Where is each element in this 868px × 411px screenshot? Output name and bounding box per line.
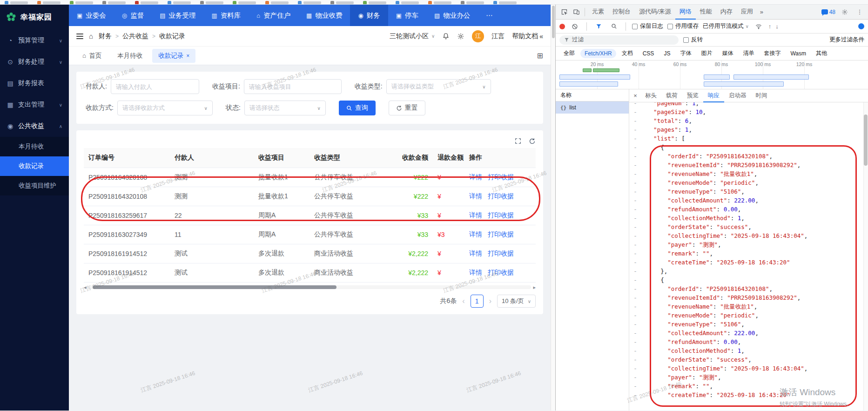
- community-selector[interactable]: 三轮测试小区∨: [390, 32, 435, 40]
- tab-collection-records[interactable]: 收款记录×: [152, 49, 195, 63]
- detail-link[interactable]: 详情: [469, 192, 482, 200]
- devtools-tab-网络[interactable]: 网络: [675, 5, 696, 20]
- detail-link[interactable]: 详情: [469, 269, 482, 276]
- topnav-item-⋯[interactable]: ⋯: [478, 5, 501, 26]
- network-overview-timeline[interactable]: 20 ms40 ms60 ms80 ms100 ms120 ms: [556, 61, 868, 89]
- devtools-tab-内存[interactable]: 内存: [716, 5, 737, 20]
- network-conditions-wifi-icon[interactable]: [753, 21, 764, 32]
- revenue-item-input[interactable]: [244, 79, 342, 94]
- user-avatar[interactable]: 江: [472, 30, 484, 42]
- filter-chip-全部[interactable]: 全部: [559, 48, 579, 59]
- filter-chip-清单[interactable]: 清单: [739, 48, 758, 59]
- detail-tab-预览[interactable]: 预览: [682, 89, 703, 102]
- code-fold-icon[interactable]: -: [631, 267, 639, 276]
- export-har-icon[interactable]: ↓: [775, 23, 779, 30]
- filter-chip-字体[interactable]: 字体: [676, 48, 695, 59]
- code-fold-icon[interactable]: -: [631, 293, 639, 302]
- code-fold-icon[interactable]: -: [631, 355, 639, 364]
- code-fold-icon[interactable]: -: [631, 143, 639, 152]
- state-select[interactable]: 请选择状态∨: [244, 101, 326, 115]
- print-receipt-link[interactable]: 打印收据: [488, 173, 514, 181]
- inspect-element-icon[interactable]: [558, 7, 570, 18]
- filter-chip-套接字[interactable]: 套接字: [760, 48, 785, 59]
- detail-tab-载荷[interactable]: 载荷: [661, 89, 682, 102]
- scrollbar-thumb[interactable]: [864, 115, 868, 166]
- notifications-bell-icon[interactable]: [442, 33, 450, 40]
- filter-chip-Fetch/XHR[interactable]: Fetch/XHR: [580, 49, 616, 58]
- code-fold-icon[interactable]: -: [631, 258, 639, 267]
- code-fold-icon[interactable]: -: [631, 382, 639, 391]
- topnav-item-资产住户[interactable]: ⌂资产住户: [249, 5, 298, 26]
- fullscreen-icon[interactable]: [515, 138, 521, 144]
- code-fold-icon[interactable]: -: [631, 231, 639, 240]
- settings-gear-icon[interactable]: [457, 33, 464, 40]
- devtools-more-menu-icon[interactable]: ⋮: [854, 7, 865, 18]
- devtools-tab-控制台[interactable]: 控制台: [608, 5, 635, 20]
- topnav-item-物业办公[interactable]: ▧物业办公: [426, 5, 478, 26]
- filter-chip-文档[interactable]: 文档: [618, 48, 637, 59]
- scroll-left-icon[interactable]: ◂: [84, 285, 87, 290]
- network-filter-input[interactable]: 过滤: [559, 35, 679, 45]
- code-fold-icon[interactable]: -: [631, 196, 639, 205]
- tab-home[interactable]: ⌂首页: [76, 49, 108, 63]
- code-fold-icon[interactable]: -: [631, 311, 639, 320]
- code-fold-icon[interactable]: -: [631, 284, 639, 293]
- page-size-select[interactable]: 10 条/页∨: [497, 295, 536, 308]
- print-receipt-link[interactable]: 打印收据: [488, 192, 514, 200]
- sidebar-item-预算管理[interactable]: ◔预算管理∨: [0, 30, 69, 51]
- detail-link[interactable]: 详情: [469, 249, 482, 257]
- tab-grid-icon[interactable]: ⊞: [537, 51, 543, 60]
- more-tabs-icon[interactable]: »: [758, 8, 765, 15]
- code-fold-icon[interactable]: -: [631, 391, 639, 399]
- bookmark-item[interactable]: [200, 1, 223, 4]
- breadcrumb-level1[interactable]: 财务: [99, 32, 112, 40]
- detail-link[interactable]: 详情: [469, 173, 482, 181]
- topnav-item-物业收费[interactable]: ▦物业收费: [298, 5, 350, 26]
- code-fold-icon[interactable]: -: [631, 187, 639, 196]
- import-har-icon[interactable]: ↑: [768, 23, 772, 30]
- browser-bookmarks-bar[interactable]: [0, 0, 868, 5]
- preserve-log-checkbox[interactable]: 保留日志: [632, 22, 663, 30]
- bookmark-item[interactable]: [493, 1, 517, 4]
- topnav-item-业务受理[interactable]: ▤业务受理: [152, 5, 203, 26]
- collapse-sidebar-icon[interactable]: [76, 34, 83, 39]
- code-fold-icon[interactable]: -: [631, 169, 639, 178]
- prev-page-icon[interactable]: ‹: [462, 297, 464, 305]
- filter-funnel-icon[interactable]: [593, 21, 604, 32]
- reset-button[interactable]: 重置: [389, 101, 425, 115]
- bookmark-item[interactable]: [428, 1, 451, 4]
- code-fold-icon[interactable]: -: [631, 364, 639, 373]
- filter-chip-JS[interactable]: JS: [659, 49, 674, 58]
- more-filters-button[interactable]: 更多过滤条件: [829, 36, 864, 44]
- devtools-tab-性能[interactable]: 性能: [696, 5, 716, 20]
- tab-this-month[interactable]: 本月待收: [111, 49, 148, 63]
- bookmark-item[interactable]: [37, 1, 61, 4]
- code-fold-icon[interactable]: -: [631, 161, 639, 169]
- detail-tab-响应[interactable]: 响应: [703, 89, 724, 102]
- topnav-item-财务[interactable]: ◉财务: [350, 5, 388, 26]
- devtools-tab-元素[interactable]: 元素: [588, 5, 608, 20]
- bookmark-item[interactable]: [168, 1, 191, 4]
- close-icon[interactable]: ×: [186, 53, 189, 59]
- request-row-list[interactable]: {} list: [556, 101, 629, 114]
- collection-method-select[interactable]: 请选择收款方式∨: [117, 101, 213, 115]
- bookmark-item[interactable]: [102, 1, 126, 4]
- help-doc-link[interactable]: 帮助文档«: [512, 32, 543, 40]
- bookmark-item[interactable]: [135, 1, 158, 4]
- sidebar-subitem-本月待收[interactable]: 本月待收: [0, 137, 69, 156]
- sidebar-item-公共收益[interactable]: ◉公共收益∧: [0, 115, 69, 137]
- code-fold-icon[interactable]: -: [631, 214, 639, 222]
- scrollbar-thumb[interactable]: [552, 6, 555, 38]
- bookmark-item[interactable]: [5, 1, 28, 4]
- record-network-log-icon[interactable]: [559, 24, 565, 29]
- code-fold-icon[interactable]: -: [631, 134, 639, 143]
- code-fold-icon[interactable]: -: [631, 249, 639, 258]
- device-toolbar-icon[interactable]: [571, 7, 582, 18]
- sidebar-item-财务报表[interactable]: ▤财务报表: [0, 73, 69, 94]
- bookmark-item[interactable]: [298, 1, 321, 4]
- sidebar-subitem-收益项目维护[interactable]: 收益项目维护: [0, 176, 69, 195]
- breadcrumb-level3[interactable]: 收款记录: [159, 32, 185, 40]
- code-fold-icon[interactable]: -: [631, 222, 639, 231]
- code-fold-icon[interactable]: -: [631, 108, 639, 116]
- bookmark-item[interactable]: [396, 1, 419, 4]
